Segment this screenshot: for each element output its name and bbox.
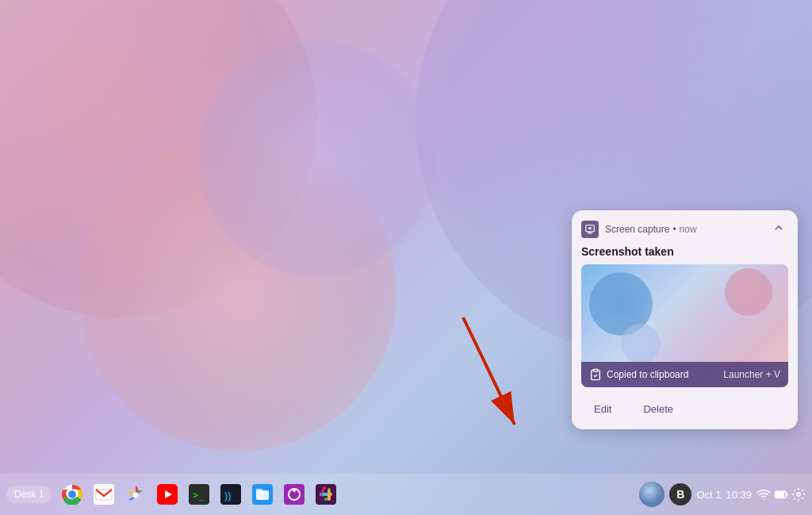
clipboard-info: Copied to clipboard <box>589 368 688 381</box>
clipboard-text: Copied to clipboard <box>607 369 688 380</box>
svg-point-11 <box>133 493 139 498</box>
taskbar-icon-youtube[interactable] <box>153 480 182 509</box>
svg-point-23 <box>293 489 296 492</box>
clipboard-icon <box>589 368 602 381</box>
taskbar: Desk 1 <box>0 474 812 515</box>
taskbar-app-icons: >_ )) <box>58 480 639 509</box>
svg-point-25 <box>639 482 665 507</box>
svg-rect-5 <box>593 369 597 371</box>
taskbar-date: Oct 1 <box>696 489 721 501</box>
user-avatar[interactable] <box>639 482 665 507</box>
taskbar-status-icons[interactable] <box>756 487 806 502</box>
notification-collapse-button[interactable] <box>769 220 788 239</box>
notification-title: Screenshot taken <box>581 245 788 258</box>
edit-button[interactable]: Edit <box>581 398 624 420</box>
wifi-icon <box>756 487 771 502</box>
taskbar-time: 10:39 <box>726 489 752 501</box>
delete-button[interactable]: Delete <box>630 398 686 420</box>
notification-header-left: Screen capture • now <box>581 221 697 238</box>
svg-line-1 <box>463 317 515 425</box>
preview-blob-3 <box>621 324 661 363</box>
taskbar-icon-custom1[interactable]: )) <box>216 480 245 509</box>
notification-app-info: Screen capture • now <box>605 224 697 235</box>
settings-icon[interactable] <box>791 487 806 502</box>
notification-time: now <box>680 224 697 235</box>
taskbar-icon-terminal[interactable]: >_ <box>185 480 213 509</box>
taskbar-right: B Oct 1 10:39 <box>639 482 806 507</box>
svg-rect-20 <box>256 489 262 492</box>
clipboard-overlay: Copied to clipboard Launcher + V <box>581 362 788 387</box>
taskbar-icon-purple-app[interactable] <box>280 480 308 509</box>
notification-title-row: Screen capture • now <box>605 224 697 235</box>
wallpaper-blob-4 <box>198 40 436 278</box>
notification-actions: Edit Delete <box>572 394 798 429</box>
notification-header: Screen capture • now <box>572 210 798 245</box>
svg-point-3 <box>588 227 592 230</box>
notification-app-name: Screen capture <box>605 224 669 235</box>
notification-separator: • <box>672 224 676 235</box>
screen-capture-icon <box>581 221 599 238</box>
svg-point-8 <box>69 491 75 498</box>
svg-point-28 <box>797 493 801 497</box>
arrow-indicator <box>455 309 558 448</box>
desktop: Screen capture • now Screenshot taken <box>0 0 812 515</box>
preview-blob-2 <box>725 268 772 316</box>
svg-text:>_: >_ <box>193 490 205 501</box>
taskbar-icon-gmail[interactable] <box>90 480 118 509</box>
notification-body: Screenshot taken Copied to clipboard <box>572 245 798 394</box>
taskbar-icon-photos[interactable] <box>121 480 150 509</box>
screenshot-preview: Copied to clipboard Launcher + V <box>581 264 788 387</box>
account-letter: B <box>676 488 684 501</box>
svg-rect-4 <box>588 233 592 233</box>
taskbar-icon-slack[interactable] <box>312 480 340 509</box>
svg-rect-21 <box>284 484 304 505</box>
desk-label[interactable]: Desk 1 <box>6 486 52 503</box>
battery-icon <box>774 487 788 502</box>
notification-card: Screen capture • now Screenshot taken <box>572 210 798 429</box>
account-icon[interactable]: B <box>669 483 691 505</box>
clipboard-shortcut: Launcher + V <box>723 369 780 380</box>
taskbar-icon-files[interactable] <box>248 480 277 509</box>
svg-rect-9 <box>94 484 114 505</box>
taskbar-icon-chrome[interactable] <box>58 480 86 509</box>
svg-rect-27 <box>776 493 783 497</box>
svg-text:)): )) <box>224 490 232 502</box>
